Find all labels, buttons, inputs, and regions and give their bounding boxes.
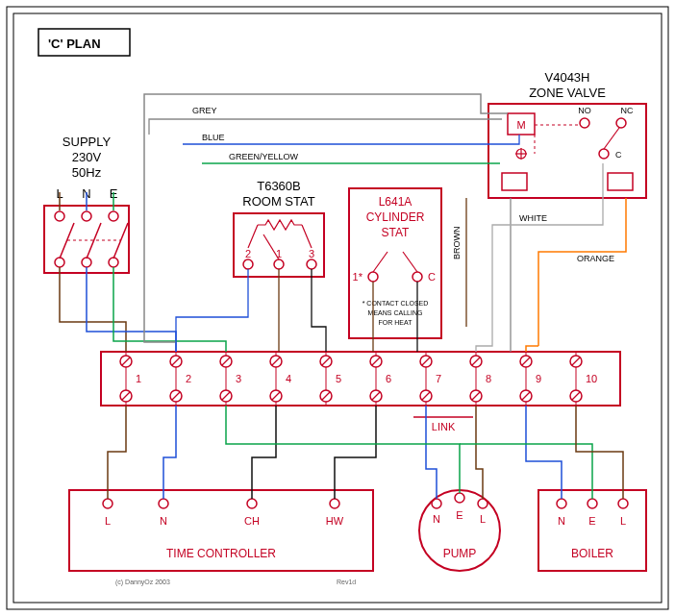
- svg-text:PUMP: PUMP: [443, 547, 477, 560]
- svg-point-50: [580, 118, 589, 128]
- svg-line-124: [472, 392, 480, 400]
- svg-rect-64: [101, 352, 620, 406]
- svg-text:HW: HW: [326, 515, 344, 527]
- svg-line-140: [572, 392, 580, 400]
- svg-line-74: [172, 357, 180, 365]
- svg-point-15: [109, 258, 118, 267]
- svg-line-66: [122, 357, 130, 365]
- svg-line-16: [60, 223, 74, 259]
- wires: GREY BLUE GREEN/YELLOW BROWN WHITE ORANG…: [60, 94, 626, 499]
- svg-text:L: L: [105, 515, 111, 527]
- svg-text:E: E: [456, 509, 462, 521]
- svg-text:BOILER: BOILER: [571, 547, 613, 560]
- svg-line-100: [322, 392, 330, 400]
- svg-point-52: [599, 149, 609, 159]
- svg-point-152: [330, 499, 339, 508]
- svg-text:CH: CH: [244, 515, 260, 527]
- svg-point-149: [103, 499, 112, 508]
- svg-point-13: [55, 258, 64, 267]
- svg-text:8: 8: [486, 373, 491, 384]
- svg-point-12: [109, 211, 118, 221]
- svg-text:V4043H: V4043H: [545, 70, 590, 85]
- junction-box: 12345678910: [101, 352, 620, 406]
- svg-line-24: [302, 225, 312, 248]
- svg-text:NC: NC: [621, 106, 634, 115]
- svg-text:1: 1: [136, 373, 141, 384]
- svg-text:L641A: L641A: [379, 195, 412, 209]
- svg-text:1*: 1*: [353, 271, 363, 283]
- svg-text:9: 9: [536, 373, 541, 384]
- svg-text:CYLINDER: CYLINDER: [366, 210, 425, 224]
- svg-text:ZONE VALVE: ZONE VALVE: [529, 86, 606, 100]
- svg-line-84: [222, 392, 230, 400]
- svg-point-169: [618, 499, 628, 508]
- svg-text:MEANS CALLING: MEANS CALLING: [368, 309, 423, 316]
- svg-text:50Hz: 50Hz: [72, 165, 102, 180]
- title-text: 'C' PLAN: [48, 37, 101, 51]
- svg-point-161: [478, 499, 488, 508]
- svg-point-26: [243, 259, 253, 269]
- svg-line-108: [372, 392, 380, 400]
- svg-point-14: [82, 258, 91, 267]
- svg-line-90: [272, 357, 280, 365]
- svg-text:6: 6: [386, 373, 391, 384]
- svg-text:3: 3: [309, 248, 314, 259]
- svg-line-23: [248, 225, 258, 248]
- svg-text:L: L: [480, 513, 486, 525]
- svg-line-130: [522, 357, 530, 365]
- svg-text:SUPPLY: SUPPLY: [62, 135, 112, 149]
- svg-text:4: 4: [286, 373, 291, 384]
- wiring-diagram: 'C' PLAN SUPPLY 230V 50Hz L N E T6360B R…: [0, 0, 675, 616]
- svg-line-122: [472, 357, 480, 365]
- svg-text:C: C: [428, 271, 436, 283]
- svg-text:BROWN: BROWN: [452, 227, 462, 260]
- svg-line-114: [422, 357, 430, 365]
- cylinder-stat: L641A CYLINDER STAT 1* C * CONTACT CLOSE…: [349, 188, 441, 338]
- svg-point-27: [274, 259, 284, 269]
- svg-text:FOR HEAT: FOR HEAT: [379, 319, 413, 326]
- svg-point-37: [412, 272, 422, 282]
- svg-text:WHITE: WHITE: [519, 213, 547, 223]
- svg-text:STAT: STAT: [382, 226, 411, 239]
- svg-line-82: [222, 357, 230, 365]
- svg-point-167: [557, 499, 566, 508]
- svg-point-36: [368, 272, 378, 282]
- svg-text:ORANGE: ORANGE: [577, 254, 614, 263]
- copyright: (c) DannyOz 2003: [115, 579, 170, 586]
- svg-text:1: 1: [276, 248, 282, 259]
- zone-valve: V4043H ZONE VALVE M NO NC C: [488, 70, 646, 198]
- svg-line-106: [372, 357, 380, 365]
- title-box: 'C' PLAN: [38, 29, 130, 56]
- svg-line-92: [272, 392, 280, 400]
- svg-text:GREY: GREY: [192, 106, 217, 115]
- svg-text:ROOM STAT: ROOM STAT: [242, 194, 314, 209]
- svg-line-56: [604, 128, 619, 149]
- svg-text:N: N: [433, 513, 440, 525]
- svg-text:* CONTACT CLOSED: * CONTACT CLOSED: [362, 300, 429, 307]
- svg-line-76: [172, 392, 180, 400]
- revision: Rev1d: [337, 579, 356, 585]
- svg-point-150: [159, 499, 168, 508]
- svg-text:10: 10: [586, 373, 597, 384]
- svg-line-68: [122, 392, 130, 400]
- svg-rect-62: [502, 173, 527, 190]
- svg-line-38: [373, 252, 388, 272]
- room-stat: T6360B ROOM STAT 2 1 3: [234, 179, 324, 277]
- svg-text:N: N: [558, 515, 565, 527]
- svg-point-168: [588, 499, 597, 508]
- svg-text:LINK: LINK: [432, 421, 456, 432]
- svg-text:N: N: [160, 515, 167, 527]
- svg-point-159: [432, 499, 441, 508]
- svg-text:3: 3: [236, 373, 241, 384]
- svg-text:2: 2: [186, 373, 191, 384]
- svg-text:L: L: [620, 515, 626, 527]
- svg-point-11: [82, 211, 91, 221]
- svg-text:E: E: [588, 515, 595, 527]
- svg-text:230V: 230V: [72, 150, 102, 164]
- svg-rect-63: [608, 173, 633, 190]
- boiler: BOILER N E L: [538, 490, 646, 571]
- svg-point-151: [247, 499, 257, 508]
- svg-line-39: [403, 252, 417, 272]
- svg-line-138: [572, 357, 580, 365]
- svg-rect-6: [44, 206, 129, 273]
